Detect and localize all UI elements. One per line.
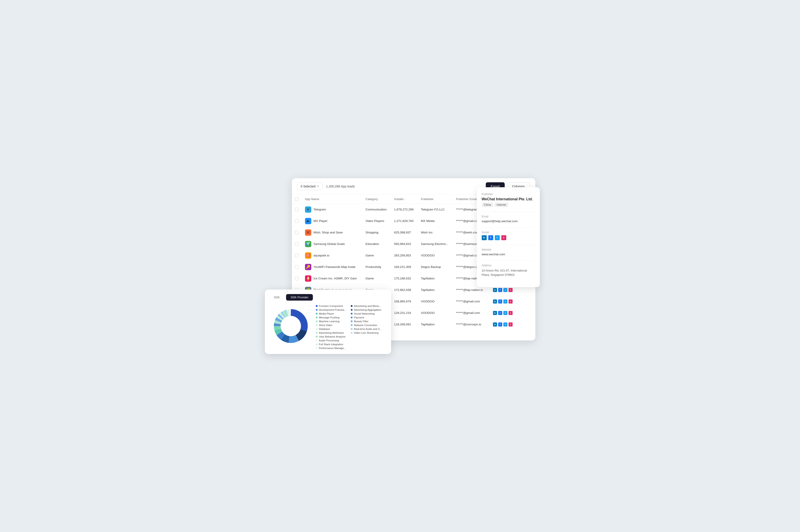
row-publisher: TapNation bbox=[418, 284, 453, 296]
sdk-tab-provider[interactable]: SDK Provider bbox=[286, 294, 313, 301]
row-category: Shopping bbox=[362, 227, 391, 238]
detail-panel: Publisher WeChat International Pte. Ltd.… bbox=[477, 187, 540, 287]
row-installs: 625,098,837 bbox=[391, 227, 418, 238]
col-publisher: Publisher bbox=[418, 195, 453, 204]
legend-media-player: Media Player bbox=[316, 312, 346, 315]
label-advertising-attribution: Advertising Attribution bbox=[319, 331, 344, 334]
twitter-icon[interactable]: t bbox=[503, 322, 507, 326]
app-icon: 🍦 bbox=[305, 276, 311, 282]
label-dev-framework: Development Framew... bbox=[319, 308, 346, 311]
row-publisher: Telegram FZ-LLC bbox=[418, 204, 453, 215]
facebook-icon[interactable]: f bbox=[488, 235, 493, 240]
row-publisher: Wish Inc. bbox=[418, 227, 453, 238]
sdk-content: Function Component Development Framew...… bbox=[269, 305, 387, 349]
selected-count: 0 Selected bbox=[301, 185, 316, 188]
twitter-icon[interactable]: t bbox=[503, 311, 507, 315]
dot-function-component bbox=[316, 305, 318, 307]
row-extra bbox=[519, 319, 535, 328]
app-name-text: MX Player bbox=[314, 219, 328, 223]
row-publisher: VOODOO bbox=[418, 296, 453, 307]
sdk-card: SDK SDK Provider bbox=[265, 289, 391, 354]
row-checkbox[interactable] bbox=[292, 227, 302, 238]
row-app-name: 🔑 YouWiFi Passwords Map Instal bbox=[302, 261, 362, 273]
dot-database bbox=[316, 328, 318, 330]
legend-function-component: Function Component bbox=[316, 305, 346, 307]
social-label: Social bbox=[482, 231, 535, 234]
label-user-behavior: User Behavior Analysis bbox=[319, 335, 346, 338]
legend-network-connection: Network Connection bbox=[351, 324, 382, 326]
app-name-text: Wish: Shop and Save bbox=[314, 231, 343, 234]
sdk-tab-sdk[interactable]: SDK bbox=[269, 294, 284, 301]
label-message-pushing: Message Pushing bbox=[319, 316, 339, 319]
row-checkbox[interactable] bbox=[292, 250, 302, 261]
row-publisher: VOODOO bbox=[418, 307, 453, 319]
email-label: Email bbox=[482, 215, 535, 218]
social-section: Social in f t ● bbox=[482, 231, 535, 240]
instagram-icon[interactable]: ● bbox=[508, 322, 513, 326]
dot-message-pushing bbox=[316, 317, 318, 318]
svg-point-20 bbox=[281, 316, 301, 336]
row-checkbox[interactable] bbox=[292, 238, 302, 250]
row-installs: 118,269,091 bbox=[391, 319, 418, 328]
row-email: ******@zorrovpn.io bbox=[453, 319, 490, 328]
twitter-icon[interactable]: t bbox=[503, 288, 507, 292]
address-value: 10 Anson Rd, #21-07, International Plaza… bbox=[482, 268, 535, 277]
linkedin-icon[interactable]: in bbox=[493, 288, 497, 292]
instagram-icon[interactable]: ● bbox=[501, 235, 506, 240]
legend-beauty-filter: Beauty Filter bbox=[351, 320, 382, 323]
row-publisher: Degoo Backup bbox=[418, 261, 453, 273]
row-social: in f t ● bbox=[490, 307, 519, 319]
facebook-icon[interactable]: f bbox=[498, 288, 502, 292]
row-checkbox[interactable] bbox=[292, 261, 302, 273]
label-performance: Performance Manage... bbox=[319, 347, 346, 349]
row-app-name: ✈ Telegram bbox=[302, 204, 362, 215]
donut-chart bbox=[269, 305, 312, 347]
dot-machine-learning bbox=[316, 320, 318, 322]
row-publisher: TapNation bbox=[418, 273, 453, 284]
website-value[interactable]: www.wechat.com bbox=[482, 252, 535, 256]
sdk-tabs: SDK SDK Provider bbox=[269, 294, 387, 301]
publisher-label: Publisher bbox=[482, 193, 535, 196]
label-full-stack: Full Stack Integration bbox=[319, 343, 343, 346]
twitter-icon[interactable]: t bbox=[503, 300, 507, 304]
facebook-icon[interactable]: f bbox=[498, 300, 502, 304]
tag-china: China bbox=[482, 203, 493, 207]
linkedin-icon[interactable]: in bbox=[493, 300, 497, 304]
publisher-tags: China Internet bbox=[482, 203, 535, 207]
twitter-icon[interactable]: t bbox=[495, 235, 500, 240]
instagram-icon[interactable]: ● bbox=[508, 311, 513, 315]
label-network-connection: Network Connection bbox=[354, 324, 377, 326]
row-checkbox[interactable] bbox=[292, 204, 302, 215]
instagram-icon[interactable]: ● bbox=[508, 288, 513, 292]
dot-advertising-aggregation bbox=[351, 309, 353, 311]
scene: 0 Selected ▼ 1,300,098 App leads Export … bbox=[265, 178, 535, 354]
label-function-component: Function Component bbox=[319, 305, 343, 307]
select-all-header[interactable] bbox=[292, 195, 302, 204]
row-checkbox[interactable] bbox=[292, 273, 302, 284]
dot-user-behavior bbox=[316, 336, 318, 338]
row-app-name: 🌍 Samsung Global Goals bbox=[302, 238, 362, 250]
app-name-text: aquapark.io bbox=[314, 254, 330, 257]
dot-advertising-attribution bbox=[316, 332, 318, 334]
dot-short-video bbox=[316, 324, 318, 326]
col-installs[interactable]: Installs ↕ bbox=[391, 195, 418, 204]
linkedin-icon[interactable]: in bbox=[482, 235, 487, 240]
label-audio-processing: Audio Processing bbox=[319, 339, 339, 342]
label-video-live: Video Live Streaming bbox=[354, 331, 378, 334]
instagram-icon[interactable]: ● bbox=[508, 300, 513, 304]
label-machine-learning: Machine Learning bbox=[319, 320, 339, 323]
selected-dropdown[interactable]: 0 Selected ▼ bbox=[297, 183, 322, 190]
label-advertising-money: Advertising and Mone... bbox=[354, 305, 381, 307]
legend-advertising-aggregation: Advertising Aggregation bbox=[351, 308, 382, 311]
label-advertising-aggregation: Advertising Aggregation bbox=[354, 308, 381, 311]
linkedin-icon[interactable]: in bbox=[493, 322, 497, 326]
legend-audio-processing: Audio Processing bbox=[316, 339, 346, 342]
linkedin-icon[interactable]: in bbox=[493, 311, 497, 315]
app-name-text: Telegram bbox=[314, 208, 326, 211]
facebook-icon[interactable]: f bbox=[498, 322, 502, 326]
dot-video-live bbox=[351, 332, 353, 334]
row-extra bbox=[519, 307, 535, 319]
row-checkbox[interactable] bbox=[292, 215, 302, 227]
facebook-icon[interactable]: f bbox=[498, 311, 502, 315]
row-installs: 175,186,632 bbox=[391, 273, 418, 284]
